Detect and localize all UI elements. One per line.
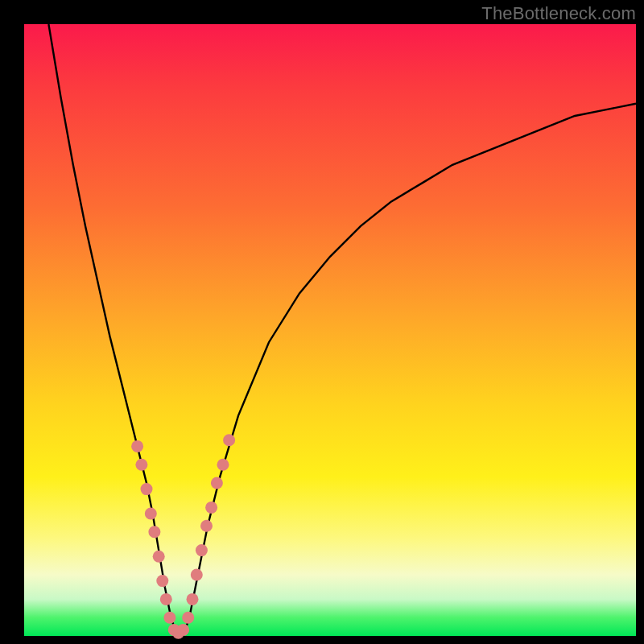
bead-marker [141,483,153,495]
highlight-beads [131,434,235,638]
bead-marker [187,593,199,605]
bead-marker [217,459,229,471]
bead-marker [160,593,172,605]
bead-marker [148,526,160,538]
bead-marker [177,624,189,636]
bead-marker [145,508,157,520]
bead-marker [182,612,194,624]
watermark-text: TheBottleneck.com [481,3,636,24]
bead-marker [191,569,203,581]
bead-marker [156,575,168,587]
bead-marker [135,459,147,471]
bead-marker [131,440,143,452]
bead-marker [196,544,208,556]
plot-area [24,24,636,636]
bottleneck-curve [48,24,636,636]
bead-marker [200,520,213,532]
bead-marker [205,502,217,514]
bead-marker [163,612,175,624]
chart-svg [24,24,636,636]
chart-frame: TheBottleneck.com [0,0,644,644]
bead-marker [153,551,165,563]
bead-marker [211,477,223,489]
bead-marker [223,434,235,446]
